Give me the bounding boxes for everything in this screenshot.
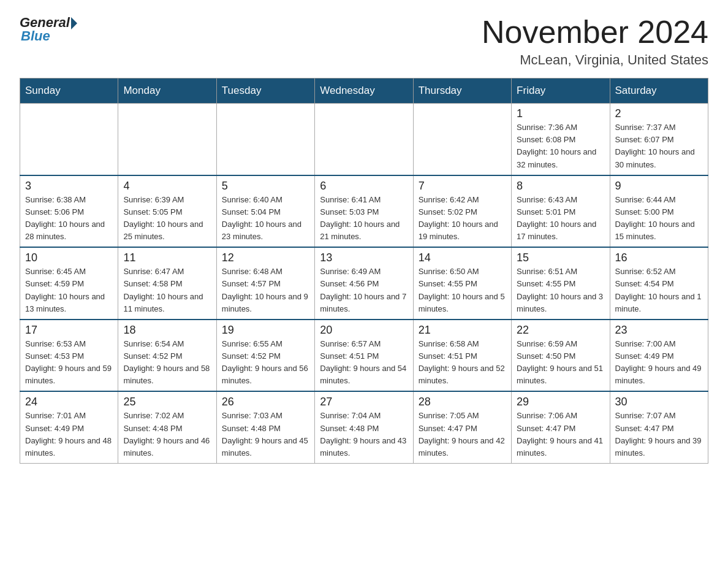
calendar-cell: 27Sunrise: 7:04 AM Sunset: 4:48 PM Dayli… [315,391,413,463]
weekday-header: Sunday [20,79,118,104]
calendar-table: SundayMondayTuesdayWednesdayThursdayFrid… [20,78,708,464]
month-title: November 2024 [482,15,708,50]
calendar-cell [118,104,216,175]
day-number: 29 [517,396,604,408]
calendar-cell: 2Sunrise: 7:37 AM Sunset: 6:07 PM Daylig… [610,104,708,175]
calendar-cell [413,104,511,175]
day-info: Sunrise: 6:38 AM Sunset: 5:06 PM Dayligh… [25,194,113,243]
day-info: Sunrise: 6:50 AM Sunset: 4:55 PM Dayligh… [419,266,506,315]
day-info: Sunrise: 6:52 AM Sunset: 4:54 PM Dayligh… [615,266,703,315]
day-number: 26 [222,396,309,408]
day-info: Sunrise: 6:49 AM Sunset: 4:56 PM Dayligh… [320,266,408,315]
day-info: Sunrise: 6:43 AM Sunset: 5:01 PM Dayligh… [517,194,604,243]
calendar-header-row: SundayMondayTuesdayWednesdayThursdayFrid… [20,79,708,104]
day-number: 22 [517,324,604,337]
calendar-cell: 18Sunrise: 6:54 AM Sunset: 4:52 PM Dayli… [118,320,216,392]
calendar-week-row: 3Sunrise: 6:38 AM Sunset: 5:06 PM Daylig… [20,175,708,248]
day-number: 27 [320,396,408,408]
day-number: 7 [419,180,506,193]
day-number: 11 [123,251,211,264]
day-info: Sunrise: 7:04 AM Sunset: 4:48 PM Dayligh… [320,410,408,459]
calendar-cell: 17Sunrise: 6:53 AM Sunset: 4:53 PM Dayli… [20,320,118,392]
day-number: 9 [615,180,703,193]
day-number: 5 [222,180,309,193]
calendar-cell: 5Sunrise: 6:40 AM Sunset: 5:04 PM Daylig… [216,175,314,248]
calendar-week-row: 1Sunrise: 7:36 AM Sunset: 6:08 PM Daylig… [20,104,708,175]
day-info: Sunrise: 6:57 AM Sunset: 4:51 PM Dayligh… [320,338,408,388]
calendar-cell: 16Sunrise: 6:52 AM Sunset: 4:54 PM Dayli… [610,247,708,320]
day-number: 14 [419,251,506,264]
day-number: 6 [320,180,408,193]
day-info: Sunrise: 7:06 AM Sunset: 4:47 PM Dayligh… [517,410,604,459]
day-info: Sunrise: 6:55 AM Sunset: 4:52 PM Dayligh… [222,338,309,388]
calendar-cell: 23Sunrise: 7:00 AM Sunset: 4:49 PM Dayli… [610,320,708,392]
day-info: Sunrise: 6:40 AM Sunset: 5:04 PM Dayligh… [222,194,309,243]
day-number: 10 [25,251,113,264]
day-number: 3 [25,180,113,193]
day-number: 17 [25,324,113,337]
day-number: 18 [123,324,211,337]
calendar-cell: 10Sunrise: 6:45 AM Sunset: 4:59 PM Dayli… [20,247,118,320]
day-info: Sunrise: 6:45 AM Sunset: 4:59 PM Dayligh… [25,266,113,315]
calendar-week-row: 24Sunrise: 7:01 AM Sunset: 4:49 PM Dayli… [20,391,708,463]
calendar-cell: 20Sunrise: 6:57 AM Sunset: 4:51 PM Dayli… [315,320,413,392]
day-number: 8 [517,180,604,193]
day-info: Sunrise: 6:53 AM Sunset: 4:53 PM Dayligh… [25,338,113,388]
calendar-cell: 9Sunrise: 6:44 AM Sunset: 5:00 PM Daylig… [610,175,708,248]
title-area: November 2024 McLean, Virginia, United S… [482,15,708,68]
day-number: 13 [320,251,408,264]
weekday-header: Saturday [610,79,708,104]
calendar-cell: 21Sunrise: 6:58 AM Sunset: 4:51 PM Dayli… [413,320,511,392]
weekday-header: Thursday [413,79,511,104]
logo-blue-text: Blue [21,28,50,44]
day-info: Sunrise: 6:59 AM Sunset: 4:50 PM Dayligh… [517,338,604,388]
weekday-header: Tuesday [216,79,314,104]
calendar-week-row: 17Sunrise: 6:53 AM Sunset: 4:53 PM Dayli… [20,320,708,392]
day-info: Sunrise: 6:41 AM Sunset: 5:03 PM Dayligh… [320,194,408,243]
day-number: 1 [517,107,604,120]
day-info: Sunrise: 6:42 AM Sunset: 5:02 PM Dayligh… [419,194,506,243]
day-info: Sunrise: 6:58 AM Sunset: 4:51 PM Dayligh… [419,338,506,388]
day-number: 24 [25,396,113,408]
day-number: 2 [615,107,703,120]
weekday-header: Monday [118,79,216,104]
day-info: Sunrise: 7:05 AM Sunset: 4:47 PM Dayligh… [419,410,506,459]
calendar-week-row: 10Sunrise: 6:45 AM Sunset: 4:59 PM Dayli… [20,247,708,320]
day-info: Sunrise: 6:44 AM Sunset: 5:00 PM Dayligh… [615,194,703,243]
calendar-cell: 6Sunrise: 6:41 AM Sunset: 5:03 PM Daylig… [315,175,413,248]
day-info: Sunrise: 6:51 AM Sunset: 4:55 PM Dayligh… [517,266,604,315]
logo: General Blue [20,15,77,44]
calendar-cell: 3Sunrise: 6:38 AM Sunset: 5:06 PM Daylig… [20,175,118,248]
calendar-cell: 24Sunrise: 7:01 AM Sunset: 4:49 PM Dayli… [20,391,118,463]
day-number: 12 [222,251,309,264]
day-number: 28 [419,396,506,408]
calendar-cell: 26Sunrise: 7:03 AM Sunset: 4:48 PM Dayli… [216,391,314,463]
calendar-cell: 25Sunrise: 7:02 AM Sunset: 4:48 PM Dayli… [118,391,216,463]
day-number: 19 [222,324,309,337]
day-info: Sunrise: 6:54 AM Sunset: 4:52 PM Dayligh… [123,338,211,388]
calendar-cell [216,104,314,175]
calendar-cell: 12Sunrise: 6:48 AM Sunset: 4:57 PM Dayli… [216,247,314,320]
weekday-header: Friday [512,79,610,104]
day-number: 4 [123,180,211,193]
calendar-cell [20,104,118,175]
day-info: Sunrise: 6:48 AM Sunset: 4:57 PM Dayligh… [222,266,309,315]
day-number: 30 [615,396,703,408]
calendar-cell: 8Sunrise: 6:43 AM Sunset: 5:01 PM Daylig… [512,175,610,248]
day-number: 25 [123,396,211,408]
calendar-cell: 14Sunrise: 6:50 AM Sunset: 4:55 PM Dayli… [413,247,511,320]
weekday-header: Wednesday [315,79,413,104]
day-info: Sunrise: 7:03 AM Sunset: 4:48 PM Dayligh… [222,410,309,459]
logo-arrow-icon [71,17,77,29]
day-number: 16 [615,251,703,264]
day-info: Sunrise: 6:39 AM Sunset: 5:05 PM Dayligh… [123,194,211,243]
calendar-cell: 22Sunrise: 6:59 AM Sunset: 4:50 PM Dayli… [512,320,610,392]
day-info: Sunrise: 7:37 AM Sunset: 6:07 PM Dayligh… [615,121,703,171]
day-info: Sunrise: 7:07 AM Sunset: 4:47 PM Dayligh… [615,410,703,459]
calendar-cell: 28Sunrise: 7:05 AM Sunset: 4:47 PM Dayli… [413,391,511,463]
calendar-cell [315,104,413,175]
day-info: Sunrise: 6:47 AM Sunset: 4:58 PM Dayligh… [123,266,211,315]
location-subtitle: McLean, Virginia, United States [482,52,708,68]
day-info: Sunrise: 7:02 AM Sunset: 4:48 PM Dayligh… [123,410,211,459]
day-number: 15 [517,251,604,264]
